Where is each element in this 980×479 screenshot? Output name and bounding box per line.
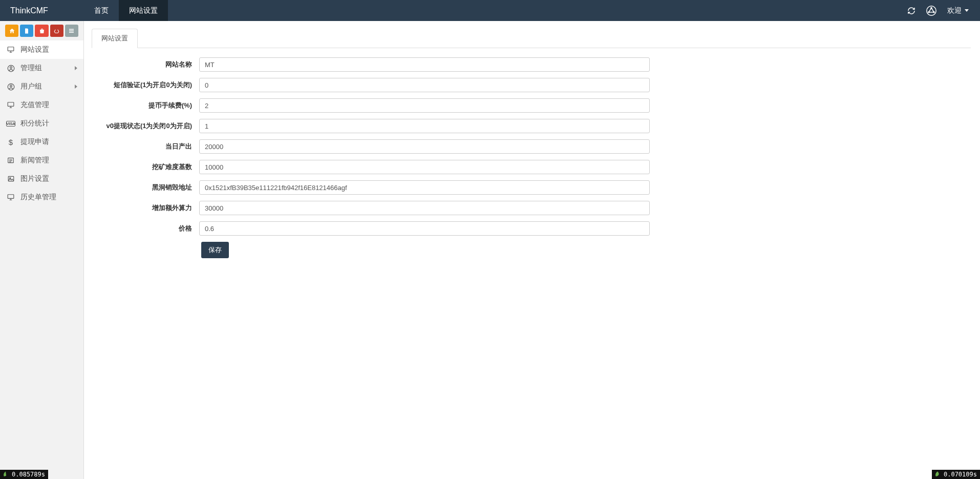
sidebar-item-label: 充值管理 <box>20 100 77 110</box>
svg-rect-16 <box>8 195 14 199</box>
label-sms-verify: 短信验证(1为开启0为关闭) <box>92 80 199 90</box>
input-v0-withdraw[interactable] <box>199 119 650 133</box>
svg-rect-6 <box>69 32 74 33</box>
navbar-right: 欢迎 <box>902 0 980 21</box>
top-tabs: 首页 网站设置 <box>84 0 168 21</box>
dollar-icon: $ <box>6 138 15 147</box>
chevron-right-icon <box>75 85 77 89</box>
top-tab-home[interactable]: 首页 <box>84 0 119 21</box>
recycle-icon[interactable] <box>50 25 63 37</box>
sidebar-toolbar <box>0 21 83 40</box>
input-site-name[interactable] <box>199 57 650 72</box>
perf-badge-right[interactable]: 0.070109s <box>932 470 980 479</box>
tab-site-settings[interactable]: 网站设置 <box>92 29 138 48</box>
sidebar-item-user-group[interactable]: 用户组 <box>0 77 83 96</box>
sidebar-item-withdraw[interactable]: $ 提现申请 <box>0 133 83 151</box>
leaf-icon <box>934 471 941 478</box>
perf-left-value: 0.085789s <box>12 471 45 478</box>
sidebar: 网站设置 管理组 用户组 充值管理 VISA 积分统计 $ <box>0 21 84 479</box>
monitor-icon <box>6 101 15 109</box>
svg-rect-7 <box>8 47 14 51</box>
save-button[interactable]: 保存 <box>201 242 229 258</box>
user-icon <box>6 65 15 72</box>
svg-rect-14 <box>8 176 14 181</box>
leaf-icon <box>2 471 9 478</box>
sidebar-item-label: 用户组 <box>20 82 70 91</box>
label-mining-diff: 挖矿难度基数 <box>92 162 199 172</box>
chevron-right-icon <box>75 66 77 70</box>
sidebar-item-label: 历史单管理 <box>20 193 77 202</box>
svg-point-9 <box>10 66 12 68</box>
monitor-icon <box>6 194 15 201</box>
welcome-label: 欢迎 <box>947 6 962 15</box>
brand[interactable]: ThinkCMF <box>0 0 84 21</box>
label-withdraw-fee: 提币手续费(%) <box>92 101 199 110</box>
sidebar-item-recharge[interactable]: 充值管理 <box>0 96 83 114</box>
sidebar-item-label: 新闻管理 <box>20 156 77 165</box>
perf-right-value: 0.070109s <box>944 471 977 478</box>
sidebar-item-label: 管理组 <box>20 64 70 73</box>
file-icon[interactable] <box>20 25 33 37</box>
perf-badge-left[interactable]: 0.085789s <box>0 470 48 479</box>
monitor-icon <box>6 46 15 53</box>
trash-icon[interactable] <box>35 25 48 37</box>
sidebar-item-label: 图片设置 <box>20 174 77 183</box>
label-burn-addr: 黑洞销毁地址 <box>92 183 199 192</box>
news-icon <box>6 157 15 164</box>
label-extra-hash: 增加额外算力 <box>92 203 199 213</box>
label-v0-withdraw: v0提现状态(1为关闭0为开启) <box>92 121 199 131</box>
settings-form: 网站名称 短信验证(1为开启0为关闭) 提币手续费(%) v0提现状态(1为关闭… <box>92 57 650 258</box>
list-icon[interactable] <box>65 25 78 37</box>
input-mining-diff[interactable] <box>199 160 650 174</box>
user-icon <box>6 83 15 91</box>
sidebar-item-news[interactable]: 新闻管理 <box>0 151 83 170</box>
label-daily-output: 当日产出 <box>92 142 199 151</box>
label-site-name: 网站名称 <box>92 60 199 69</box>
input-price[interactable] <box>199 221 650 236</box>
input-daily-output[interactable] <box>199 139 650 154</box>
label-price: 价格 <box>92 224 199 233</box>
sidebar-menu: 网站设置 管理组 用户组 充值管理 VISA 积分统计 $ <box>0 40 83 206</box>
top-tab-settings[interactable]: 网站设置 <box>119 0 168 21</box>
sidebar-item-images[interactable]: 图片设置 <box>0 170 83 188</box>
sidebar-item-history[interactable]: 历史单管理 <box>0 188 83 206</box>
chevron-down-icon <box>965 9 969 12</box>
sidebar-item-label: 积分统计 <box>20 119 77 128</box>
svg-rect-4 <box>69 29 74 30</box>
image-icon <box>6 175 15 182</box>
home-icon[interactable] <box>5 25 18 37</box>
sidebar-item-site-settings[interactable]: 网站设置 <box>0 40 83 59</box>
input-sms-verify[interactable] <box>199 78 650 92</box>
sidebar-item-admin-group[interactable]: 管理组 <box>0 59 83 77</box>
refresh-icon[interactable] <box>902 0 921 21</box>
welcome-dropdown[interactable]: 欢迎 <box>942 6 974 15</box>
input-extra-hash[interactable] <box>199 201 650 215</box>
visa-icon: VISA <box>6 121 15 127</box>
svg-rect-5 <box>69 31 74 32</box>
sidebar-item-label: 提现申请 <box>20 137 77 147</box>
sidebar-item-points[interactable]: VISA 积分统计 <box>0 114 83 133</box>
input-burn-addr[interactable] <box>199 180 650 195</box>
top-navbar: ThinkCMF 首页 网站设置 欢迎 <box>0 0 980 21</box>
content-area: 网站设置 网站名称 短信验证(1为开启0为关闭) 提币手续费(%) v0提现状态… <box>84 21 980 479</box>
sidebar-item-label: 网站设置 <box>20 45 77 54</box>
panel-tabs: 网站设置 <box>92 29 971 48</box>
input-withdraw-fee[interactable] <box>199 98 650 113</box>
svg-point-11 <box>10 85 12 87</box>
svg-rect-12 <box>8 102 14 107</box>
share-icon[interactable] <box>921 0 942 21</box>
